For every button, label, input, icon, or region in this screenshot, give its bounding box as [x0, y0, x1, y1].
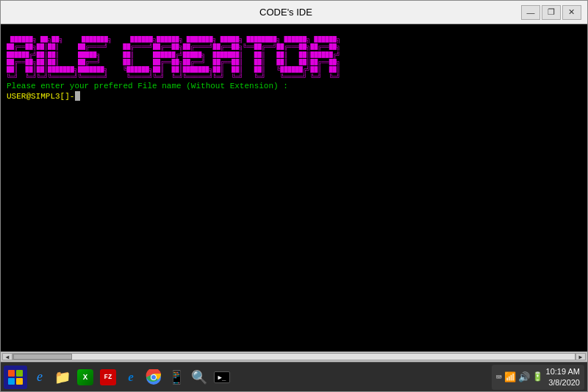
tray-icons-group: ⌨ 📶 🔊 🔋 [496, 371, 543, 383]
user-prompt-line: USER@SIMPL3[]- [7, 91, 581, 101]
whatsapp-icon[interactable]: 📱 [166, 367, 187, 388]
logo-quad-2 [16, 370, 23, 377]
taskbar: e 📁 X FZ e [1, 362, 587, 391]
excel-icon[interactable]: X [75, 367, 96, 388]
network-tray-icon: 📶 [504, 371, 516, 383]
ie-icon[interactable]: e [29, 367, 50, 388]
keyboard-tray-icon: ⌨ [496, 371, 502, 383]
file-explorer-icon[interactable]: 📁 [52, 367, 73, 388]
clock-date: 3/8/2020 [548, 377, 580, 388]
logo-quad-1 [8, 370, 15, 377]
cursor [75, 91, 80, 101]
chrome-logo [146, 369, 162, 385]
scroll-left-button[interactable]: ◀ [2, 353, 12, 360]
title-bar: CODE's IDE — ❐ ✕ [1, 1, 587, 24]
scrollbar-track[interactable] [12, 353, 576, 360]
svg-point-3 [151, 375, 156, 379]
start-button[interactable] [4, 366, 27, 389]
system-clock: 10:19 AM 3/8/2020 [546, 366, 580, 388]
vpn-icon[interactable]: 🔍 [189, 367, 209, 388]
edge-icon[interactable]: e [121, 367, 141, 388]
window-controls: — ❐ ✕ [521, 5, 581, 20]
user-prompt-text: USER@SIMPL3[]- [7, 92, 74, 101]
excel-logo: X [77, 369, 93, 385]
system-tray: ⌨ 📶 🔊 🔋 10:19 AM 3/8/2020 [492, 365, 584, 390]
clock-time: 10:19 AM [546, 366, 580, 377]
filezilla-logo: FZ [100, 369, 116, 385]
window-title: CODE's IDE [259, 7, 312, 18]
close-button[interactable]: ✕ [562, 5, 581, 20]
terminal-area: ██████╗ ██╗██╗ ███████╗ ██████╗██████╗ █… [1, 24, 587, 352]
filezilla-icon[interactable]: FZ [98, 367, 118, 388]
prompt-instruction: Please enter your prefered File name (Wi… [7, 82, 581, 90]
scrollbar-thumb[interactable] [13, 354, 72, 360]
volume-tray-icon: 🔊 [518, 371, 530, 383]
windows-logo-icon [8, 370, 23, 385]
chrome-icon[interactable] [143, 367, 164, 388]
terminal-icon[interactable]: ▶_ [212, 367, 232, 388]
main-window: CODE's IDE — ❐ ✕ ██████╗ ██╗██╗ ███████╗… [0, 0, 588, 392]
minimize-button[interactable]: — [521, 5, 540, 20]
battery-tray-icon: 🔋 [532, 371, 543, 382]
maximize-button[interactable]: ❐ [542, 5, 561, 20]
logo-quad-4 [16, 378, 23, 385]
logo-quad-3 [8, 378, 15, 385]
scrollbar-area: ◀ ▶ [1, 352, 587, 362]
ascii-art-title: ██████╗ ██╗██╗ ███████╗ ██████╗██████╗ █… [7, 29, 581, 81]
scroll-right-button[interactable]: ▶ [576, 353, 586, 360]
